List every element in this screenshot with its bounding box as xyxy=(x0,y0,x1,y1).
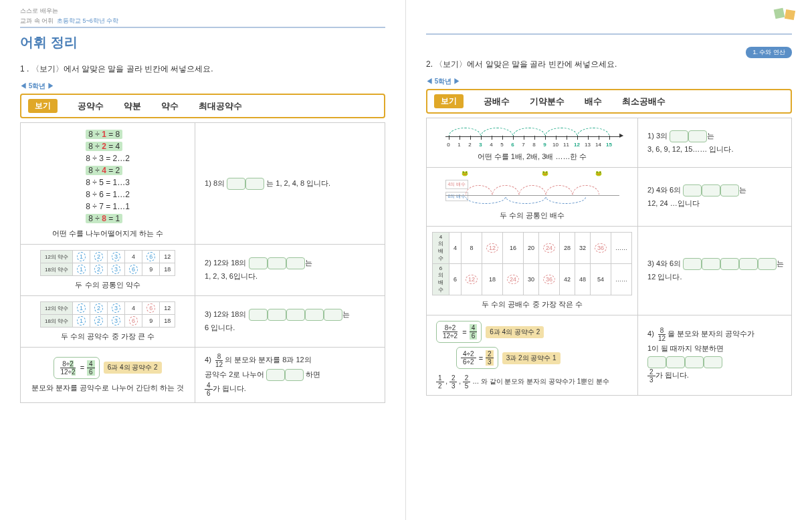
r4-question: 4) 812의 분모와 분자를 8과 12의 공약수 2로 나누어 하면 46가… xyxy=(195,348,385,402)
header-line2: 교과 속 어휘 초등학교 5~6학년 수학 xyxy=(20,17,385,25)
rr3-diagram: 4의 배수4812162024283236……6의 배수612182430364… xyxy=(427,227,638,315)
r2-question: 2) 12와 18의 는 1, 2, 3, 6입니다. xyxy=(195,245,385,295)
rr3-question: 3) 4와 6의 는 12 입니다. xyxy=(638,227,791,315)
cube-icon xyxy=(772,3,799,23)
rr1-diagram: 0123456789101112131415 어떤 수를 1배, 2배, 3배 … xyxy=(427,118,638,167)
header-bar-r xyxy=(426,33,792,35)
rr2-diagram: 4의 배수 6의 배수 🐸 🐸 🐸 두 수의 공통인 배수 xyxy=(427,168,638,226)
rr4-question: 4) 812을 분모와 분자의 공약수가 1이 될 때까지 약분하면 23가 됩… xyxy=(638,315,791,395)
r4-diagram: 8÷212÷2 = 46 6과 4의 공약수 2 분모와 분자를 공약수로 나누… xyxy=(21,348,195,402)
left-table: 8 ÷ 1 = 8 8 ÷ 2 = 4 8 ÷ 3 = 2…2 8 ÷ 4 = … xyxy=(20,122,385,403)
divisor-table-1: 12의 약수1234612 18의 약수1236918 xyxy=(40,250,175,276)
svg-rect-0 xyxy=(774,8,785,19)
rr2-question: 2) 4와 6의 는 12, 24 …입니다 xyxy=(638,168,791,226)
bogi-box-right: 보기 공배수 기약분수 배수 최소공배수 xyxy=(426,89,792,114)
bogi-tag: 보기 xyxy=(28,99,58,113)
blank-input[interactable] xyxy=(227,178,245,190)
grade-label-right: ◀ 5학년 ▶ xyxy=(426,77,792,86)
r1-diagram: 8 ÷ 1 = 8 8 ÷ 2 = 4 8 ÷ 3 = 2…2 8 ÷ 4 = … xyxy=(21,123,195,244)
right-table: 0123456789101112131415 어떤 수를 1배, 2배, 3배 … xyxy=(426,118,792,396)
rr1-question: 1) 3의 는 3, 6, 9, 12, 15…… 입니다. xyxy=(638,118,791,167)
frog-number-line: 4의 배수 6의 배수 🐸 🐸 🐸 xyxy=(445,173,619,207)
instruction-1: 1 . 〈보기〉에서 알맞은 말을 골라 빈칸에 써넣으세요. xyxy=(20,63,385,75)
bogi-box-left: 보기 공약수 약분 약수 최대공약수 xyxy=(20,94,385,118)
number-line: 0123456789101112131415 xyxy=(445,124,619,144)
grade-label-left: ◀ 5학년 ▶ xyxy=(20,82,385,91)
r3-diagram: 12의 약수1234612 18의 약수1236918 두 수의 공약수 중 가… xyxy=(21,296,195,347)
unit-badge: 1. 수와 연산 xyxy=(746,47,792,58)
rr4-diagram: 8÷212÷2 = 46 6과 4의 공약수 2 4÷26÷2 = 23 3과 … xyxy=(427,315,638,395)
header-bar xyxy=(20,27,385,28)
header-line1: 스스로 배우는 xyxy=(20,7,385,15)
r1-question: 1) 8의 는 1, 2, 4, 8 입니다. xyxy=(195,123,385,244)
page-title: 어휘 정리 xyxy=(20,33,385,51)
svg-rect-1 xyxy=(785,9,795,20)
r3-question: 3) 12와 18의 는 6 입니다. xyxy=(195,296,385,347)
r2-diagram: 12의 약수1234612 18의 약수1236918 두 수의 공통인 약수 xyxy=(21,245,195,295)
instruction-2: 2. 〈보기〉에서 알맞은 말을 골라 빈칸에 써넣으세요. xyxy=(426,59,792,70)
